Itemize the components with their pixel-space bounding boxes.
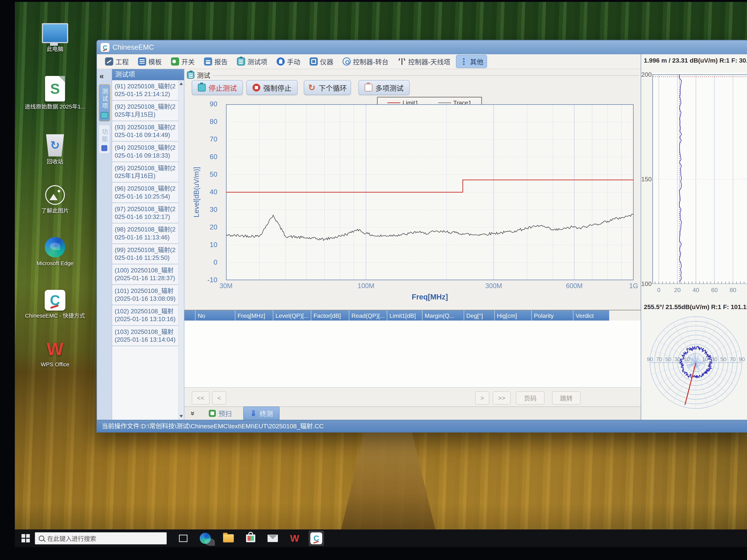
desktop-icon-this-pc[interactable]: 此电脑 [24,23,85,52]
height-y-tick-label: 100 [641,280,651,287]
svg-text:30: 30 [711,356,717,362]
column-header[interactable]: Factor[dB] [311,310,349,321]
prescan-icon [209,410,216,417]
next-cycle-label: 下个循环 [319,83,347,93]
test-item[interactable]: (98) 20250108_辐射(2025-01-16 11:13:46) [112,223,178,244]
test-item[interactable]: (103) 20250108_辐射(2025-01-16 13:14:04) [112,326,178,346]
start-button-icon[interactable] [22,534,30,542]
menu-item-report[interactable]: 报告 [201,55,231,68]
photo-info-icon [45,185,65,205]
test-item[interactable]: (97) 20250108_辐射(2025-01-16 10:32:17) [112,203,178,223]
column-header[interactable]: No [196,310,235,321]
test-item[interactable]: (95) 20250108_辐射(2025年1月16日) [112,162,178,182]
desktop-icon-wps[interactable]: WWPS Office [24,339,85,368]
menu-item-testitems[interactable]: 测试项 [234,55,271,68]
project-icon [105,57,113,65]
test-item[interactable]: (91) 20250108_辐射(2025-01-15 21:14:12) [112,80,178,101]
menu-item-manual[interactable]: 手动 [273,55,304,68]
first-page-button[interactable]: << [192,391,209,405]
column-header[interactable]: Limit1[dB] [387,310,422,321]
next-page-button[interactable]: > [475,391,489,405]
menu-item-rotator[interactable]: 控制器-转台 [339,55,392,68]
recycle-bin-icon: ↻ [45,134,65,157]
force-stop-button[interactable]: 强制停止 [247,80,298,95]
menu-item-instrument[interactable]: 仪器 [306,55,337,68]
test-item[interactable]: (99) 20250108_辐射(2025-01-16 11:25:50) [112,244,178,264]
menu-item-template[interactable]: 模板 [135,55,165,68]
desktop-icon-label: 回收站 [24,158,85,165]
results-table-body[interactable] [184,321,641,388]
tab-final[interactable]: ⇓终测 [243,407,279,420]
desktop-icon-emc-shortcut[interactable]: CChineseEMC - 快捷方式 [24,290,85,319]
svg-text:50: 50 [665,356,671,362]
test-item[interactable]: (96) 20250108_辐射(2025-01-16 10:25:54) [112,182,178,203]
window-title: ChineseEMC [112,43,154,51]
test-item[interactable]: (101) 20250108_辐射(2025-01-16 13:08:09) [112,285,178,305]
wps-taskbar-icon[interactable]: W [290,533,299,544]
menu-item-label: 测试项 [247,57,267,66]
edge-taskbar-icon[interactable] [200,533,211,544]
task-view-icon[interactable] [179,535,187,542]
turntable-polar-chart[interactable]: 90907070505030301010 [641,315,747,412]
jump-button[interactable]: 跳转 [552,391,581,405]
mail-icon[interactable] [267,535,278,542]
test-item[interactable]: (93) 20250108_辐射(2025-01-16 09:14:49) [112,121,178,141]
menu-item-antenna[interactable]: 控制器-天线塔 [394,55,454,68]
column-header[interactable]: Hig[cm] [495,310,532,321]
scroll-down-icon[interactable] [180,415,183,418]
desktop-icon-recycle-bin[interactable]: ↻回收站 [24,134,85,165]
y-tick-label: 60 [201,153,217,161]
desktop-icon-edge[interactable]: Microsoft Edge [24,237,85,267]
page-number-button[interactable]: 页码 [516,391,544,405]
height-x-tick-label: 0 [651,287,666,294]
column-header[interactable]: Deg[°] [464,310,495,321]
dock-tab-icon [101,112,108,119]
y-tick-label: 40 [201,188,217,196]
dock-collapse-button[interactable]: « [100,72,112,81]
testitems-icon [237,57,245,65]
taskbar-search-input[interactable]: 在此键入进行搜索 [35,532,167,544]
file-explorer-icon[interactable] [223,534,234,542]
emission-chart[interactable] [226,104,634,280]
prev-page-button[interactable]: < [212,391,226,405]
svg-text:10: 10 [684,356,690,362]
column-header[interactable]: Margin(Q... [422,310,464,321]
test-main-area: 测试 停止测试强制停止↻下个循环多项测试 Limit1Trace1 Level[… [184,69,641,420]
menu-item-other[interactable]: 其他 [456,55,487,68]
column-header[interactable]: Polarity [532,310,573,321]
height-x-tick-label: 80 [725,287,740,294]
x-tick-label: 300M [479,282,509,290]
test-item[interactable]: (92) 20250108_辐射(2025年1月15日) [112,101,178,121]
microsoft-store-icon[interactable] [246,534,255,542]
desktop-icon-photo-info[interactable]: 了解此图片 [24,185,85,214]
dock-tab-testitems[interactable]: 测试项 [99,84,110,122]
last-page-button[interactable]: >> [493,391,511,405]
window-titlebar[interactable]: C ChineseEMC [97,41,747,54]
test-item[interactable]: (94) 20250108_辐射(2025-01-16 09:18:33) [112,141,178,162]
stop-test-button[interactable]: 停止测试 [192,80,243,95]
test-item[interactable]: (100) 20250108_辐射(2025-01-16 11:28:37) [112,264,178,285]
force-stop-label: 强制停止 [263,83,291,93]
menu-item-project[interactable]: 工程 [102,55,132,68]
wps-icon: W [44,339,66,359]
tab-prescan[interactable]: 预扫 [203,407,238,420]
sidebar-scrollbar[interactable] [178,80,184,420]
antenna-icon [398,57,406,65]
desktop-icon-wps-file[interactable]: S途线原始数据 2025年1... [24,76,85,110]
dock-tab-functions[interactable]: 功能 [99,125,110,154]
tabs-collapse-icon[interactable]: » [189,409,197,418]
manual-icon [277,57,285,65]
next-cycle-button[interactable]: ↻下个循环 [304,80,351,95]
test-items-panel: 测试项 (91) 20250108_辐射(2025-01-15 21:14:12… [112,69,184,420]
column-header[interactable]: Read(QP)[... [349,310,387,321]
test-item[interactable]: (102) 20250108_辐射(2025-01-16 13:10:16) [112,305,178,325]
column-header[interactable]: Freq[MHz] [235,310,273,321]
scroll-up-icon[interactable] [180,82,183,85]
multi-test-button[interactable]: 多项测试 [359,80,410,95]
chineseemc-taskbar-button[interactable]: C [309,531,324,546]
column-header[interactable]: Verdict [573,310,610,321]
results-table-header: NoFreq[MHz]Level(QP)[...Factor[dB]Read(Q… [184,310,641,321]
height-scan-chart[interactable] [652,73,747,284]
menu-item-switch[interactable]: 开关 [168,55,198,68]
column-header[interactable]: Level(QP)[... [273,310,311,321]
